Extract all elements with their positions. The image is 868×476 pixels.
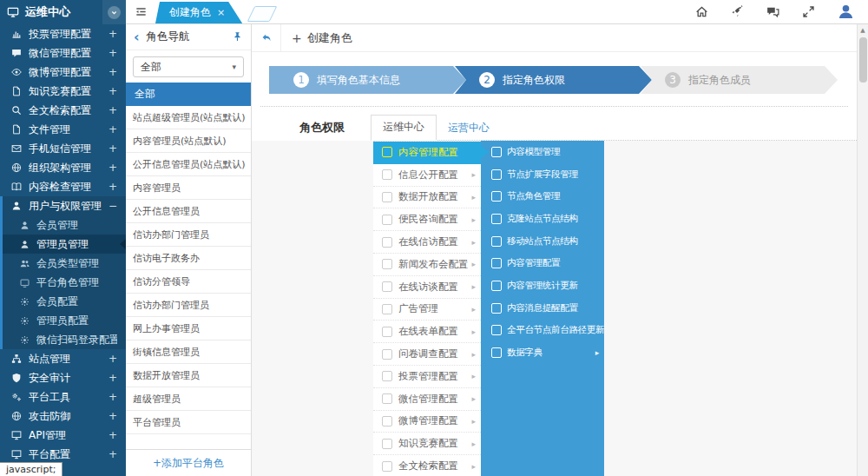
sidebar-item[interactable]: 全文检索配置+ <box>0 101 126 120</box>
plus-icon[interactable]: + <box>105 372 117 384</box>
checkbox[interactable] <box>382 259 392 269</box>
role-list-item[interactable]: 内容管理员 <box>126 176 251 200</box>
role-list-item[interactable]: 公开信息管理员 <box>126 200 251 223</box>
perm-l2-row[interactable]: 内容模型管理 <box>481 141 604 163</box>
pin-icon[interactable] <box>232 31 243 43</box>
sidebar-item[interactable]: 投票管理配置+ <box>0 24 126 43</box>
checkbox[interactable] <box>382 169 392 180</box>
user-avatar-icon[interactable] <box>838 3 854 20</box>
wizard-step-1[interactable]: 1填写角色基本信息 <box>269 66 466 94</box>
plus-icon[interactable]: + <box>105 66 117 78</box>
checkbox[interactable] <box>382 281 392 292</box>
role-list-item[interactable]: 街镇信息管理员 <box>126 340 251 364</box>
role-list-item[interactable]: 超级管理员 <box>126 387 251 411</box>
sidebar-subitem[interactable]: 管理员配置 <box>3 311 126 330</box>
plus-icon[interactable]: + <box>105 28 117 40</box>
sidebar-item[interactable]: 平台工具+ <box>0 387 126 407</box>
checkbox[interactable] <box>382 215 392 225</box>
perm-l2-row[interactable]: 节点扩展字段管理 <box>481 163 604 186</box>
plus-icon[interactable]: + <box>105 47 117 59</box>
perm-l1-row[interactable]: 知识竞赛配置▸ <box>373 433 481 455</box>
checkbox[interactable] <box>382 304 392 314</box>
checkbox[interactable] <box>382 327 392 337</box>
sidebar-subitem[interactable]: 会员类型管理 <box>3 254 126 273</box>
perm-l2-row[interactable]: 数据字典▸ <box>481 341 604 364</box>
scrollbar-thumb[interactable] <box>859 37 867 83</box>
checkbox[interactable] <box>382 147 392 157</box>
checkbox[interactable] <box>491 214 502 224</box>
perm-l1-row[interactable]: 在线信访配置▸ <box>373 231 481 254</box>
sidebar-subitem[interactable]: 会员配置 <box>3 292 126 311</box>
tab-create-role[interactable]: 创建角色 × <box>155 2 242 23</box>
sidebar-item[interactable]: 站点管理+ <box>0 349 126 368</box>
checkbox[interactable] <box>491 303 502 314</box>
perm-l1-row[interactable]: 内容管理配置 <box>373 142 481 164</box>
perm-l1-row[interactable]: 在线访谈配置▸ <box>373 276 481 299</box>
sidebar-subitem[interactable]: 会员管理 <box>3 215 126 235</box>
checkbox[interactable] <box>382 192 392 202</box>
plus-icon[interactable]: + <box>105 85 117 97</box>
perm-l1-row[interactable]: 全文检索配置▸ <box>373 455 481 476</box>
plus-icon[interactable]: + <box>105 353 117 365</box>
checkbox[interactable] <box>491 169 502 180</box>
plus-icon[interactable]: + <box>105 429 117 441</box>
perm-l2-row[interactable]: 移动站点节点结构 <box>481 230 604 253</box>
role-filter-select[interactable]: 全部 ▾ <box>133 56 244 77</box>
perm-l1-row[interactable]: 投票管理配置▸ <box>373 366 481 388</box>
plus-icon[interactable]: + <box>105 162 117 174</box>
role-list-item[interactable]: 平台管理员 <box>126 411 251 434</box>
checkbox[interactable] <box>382 349 392 360</box>
plus-icon[interactable]: + <box>105 410 117 422</box>
sidebar-item[interactable]: 知识竞赛配置+ <box>0 82 126 101</box>
checkbox[interactable] <box>491 258 502 268</box>
role-list-item[interactable]: 信访电子政务办 <box>126 247 251 270</box>
role-list-item-selected[interactable]: 全部 <box>126 83 251 106</box>
role-list-item[interactable]: 数据开放管理员 <box>126 364 251 387</box>
role-list-item[interactable]: 内容管理员(站点默认) <box>126 129 251 153</box>
sidebar-item[interactable]: 微博管理配置+ <box>0 63 126 82</box>
checkbox[interactable] <box>491 147 502 157</box>
role-list-item[interactable]: 信访办部门管理员 <box>126 223 251 247</box>
role-list-item[interactable]: 网上办事管理员 <box>126 317 251 340</box>
role-list-item[interactable]: 信访办部门管理员 <box>126 294 251 317</box>
checkbox[interactable] <box>491 236 502 247</box>
perm-l2-row[interactable]: 全平台节点前台路径更新 <box>481 320 604 342</box>
sidebar-item[interactable]: 安全审计+ <box>0 368 126 387</box>
perm-l1-row[interactable]: 问卷调查配置▸ <box>373 343 481 366</box>
checkbox[interactable] <box>382 439 392 449</box>
plus-icon[interactable]: + <box>105 104 117 116</box>
perm-l2-row[interactable]: 克隆站点节点结构 <box>481 208 604 230</box>
perm-l1-row[interactable]: 数据开放配置▸ <box>373 187 481 209</box>
perm-l2-row[interactable]: 内容管理配置 <box>481 252 604 274</box>
sidebar-item[interactable]: 手机短信管理+ <box>0 139 126 158</box>
sidebar-item[interactable]: 微信管理配置+ <box>0 43 126 63</box>
perm-l1-row[interactable]: 新闻发布会配置▸ <box>373 254 481 276</box>
plus-icon[interactable]: + <box>105 123 117 136</box>
checkbox[interactable] <box>382 461 392 472</box>
fullscreen-icon[interactable] <box>802 5 815 18</box>
sidebar-item[interactable]: 平台配置+ <box>0 445 126 464</box>
perm-l2-row[interactable]: 内容消息提醒配置 <box>481 297 604 320</box>
perm-center-tab[interactable]: 运维中心 <box>371 115 437 141</box>
perm-l1-row[interactable]: 便民咨询配置▸ <box>373 208 481 231</box>
perm-center-tab[interactable]: 运营中心 <box>437 116 501 141</box>
back-button[interactable] <box>252 24 281 51</box>
checkbox[interactable] <box>382 371 392 381</box>
perm-l1-row[interactable]: 信息公开配置▸ <box>373 164 481 187</box>
role-list-item[interactable]: 公开信息管理员(站点默认) <box>126 153 251 176</box>
add-platform-role-button[interactable]: +添加平台角色 <box>126 449 251 476</box>
plus-icon[interactable]: + <box>105 391 117 403</box>
sidebar-item[interactable]: API管理+ <box>0 426 126 445</box>
sidebar-collapse-button[interactable] <box>102 0 126 24</box>
sidebar-item[interactable]: 组织架构管理+ <box>0 158 126 177</box>
checkbox[interactable] <box>491 325 502 335</box>
checkbox[interactable] <box>382 237 392 248</box>
plus-icon[interactable]: + <box>105 181 117 193</box>
checkbox[interactable] <box>491 281 502 291</box>
perm-l1-row[interactable]: 微博管理配置▸ <box>373 411 481 433</box>
panel-back-chevron[interactable]: ‹ <box>134 30 140 44</box>
checkbox[interactable] <box>491 191 502 202</box>
perm-l1-row[interactable]: 微信管理配置▸ <box>373 388 481 411</box>
sidebar-item[interactable]: 内容检查管理+ <box>0 177 126 196</box>
rocket-icon[interactable] <box>731 5 744 18</box>
